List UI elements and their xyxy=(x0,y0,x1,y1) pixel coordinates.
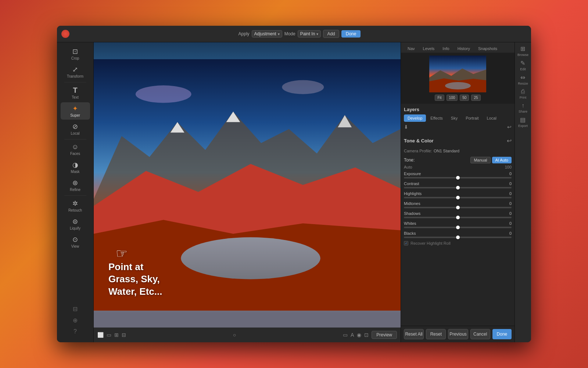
paint-in-dropdown[interactable]: Paint In ▾ xyxy=(298,30,321,38)
previous-button[interactable]: Previous xyxy=(448,329,468,339)
tone-title: Tone & Color xyxy=(404,138,434,144)
tool-retouch[interactable]: ✲ Retouch xyxy=(61,197,90,215)
nav-tab-history[interactable]: History xyxy=(454,45,474,53)
circle-icon[interactable]: ○ xyxy=(233,332,236,338)
tool-divider-3 xyxy=(64,195,86,196)
zoom-100-button[interactable]: 100 xyxy=(447,95,458,101)
midtones-label: Midtones xyxy=(404,201,420,206)
midtones-slider[interactable] xyxy=(404,207,512,208)
cancel-button[interactable]: Cancel xyxy=(470,329,490,339)
zoom-controls: Fit 100 50 25 xyxy=(435,95,480,101)
highlights-slider[interactable] xyxy=(404,197,512,198)
canvas-overlay-text: Point atGrass, Sky,Water, Etc... xyxy=(108,261,162,298)
tool-crop[interactable]: ⊡ Crop xyxy=(61,45,90,63)
recover-row: ✓ Recover Highlight Roll xyxy=(404,241,512,245)
preview-button[interactable]: Preview xyxy=(372,331,397,339)
whites-slider[interactable] xyxy=(404,227,512,228)
layer-tab-effects[interactable]: Effects xyxy=(427,114,446,122)
edit-icon: ✎ xyxy=(520,60,525,67)
compare-icon[interactable]: ⊟ xyxy=(71,304,79,314)
far-right-print[interactable]: ⎙ Print xyxy=(520,88,527,99)
tone-ai-auto-button[interactable]: AI Auto xyxy=(492,157,512,163)
add-layer-icon[interactable]: ⬇ xyxy=(404,124,408,130)
crop-icon: ⊡ xyxy=(72,47,78,56)
far-right-edit[interactable]: ✎ Edit xyxy=(520,60,526,71)
mask-label: Mask xyxy=(71,170,80,174)
shadows-slider[interactable] xyxy=(404,217,512,218)
nav-tab-snapshots[interactable]: Snapshots xyxy=(474,45,501,53)
recover-checkbox[interactable]: ✓ xyxy=(404,241,408,245)
view-mode-icon-1[interactable]: ⬜ xyxy=(97,332,104,338)
view-mode-icon-4[interactable]: ⊟ xyxy=(122,332,126,338)
text-label: Text xyxy=(72,95,78,99)
tone-mode-row: Tone: Manual AI Auto xyxy=(404,157,512,163)
canvas-image[interactable]: ☞ Point atGrass, Sky,Water, Etc... xyxy=(94,42,401,328)
tool-view[interactable]: ⊙ View xyxy=(61,233,90,251)
camera-profile-label: Camera Profile: xyxy=(404,149,432,153)
refine-label: Refine xyxy=(70,188,80,192)
auto-value: 100 xyxy=(505,165,512,169)
adjustment-dropdown[interactable]: Adjustment ▾ xyxy=(252,30,282,38)
text-tool-icon[interactable]: A xyxy=(351,332,354,338)
app-window: Apply Adjustment ▾ Mode Paint In ▾ Add D… xyxy=(57,26,531,342)
reset-button[interactable]: Reset xyxy=(426,329,446,339)
tool-liquify[interactable]: ⊜ Liquify xyxy=(61,215,90,233)
nav-tab-levels[interactable]: Levels xyxy=(419,45,438,53)
zoom-fit-button[interactable]: Fit xyxy=(435,95,444,101)
tool-transform[interactable]: ⤢ Transform xyxy=(61,63,90,81)
nav-tab-nav[interactable]: Nav xyxy=(404,45,419,53)
tone-label: Tone: xyxy=(404,158,415,163)
tone-manual-button[interactable]: Manual xyxy=(470,157,490,163)
crop-tool-icon[interactable]: ⊡ xyxy=(364,332,369,338)
reset-all-button[interactable]: Reset All xyxy=(404,329,424,339)
edit-label: Edit xyxy=(520,67,526,71)
zoom-25-button[interactable]: 25 xyxy=(471,95,480,101)
done-top-button[interactable]: Done xyxy=(341,30,361,38)
tone-header: Tone & Color ↩ xyxy=(404,137,512,144)
exposure-slider[interactable] xyxy=(404,177,512,178)
contrast-slider[interactable] xyxy=(404,187,512,188)
done-button[interactable]: Done xyxy=(492,329,512,339)
highlights-slider-row: Highlights 0 xyxy=(404,191,512,198)
help-icon[interactable]: ? xyxy=(72,327,78,336)
layer-tab-local[interactable]: Local xyxy=(483,114,500,122)
photo-icon[interactable]: ▭ xyxy=(343,332,348,338)
zoom-50-button[interactable]: 50 xyxy=(460,95,469,101)
tool-refine[interactable]: ⊛ Refine xyxy=(61,177,90,194)
undo-layer-icon[interactable]: ↩ xyxy=(507,124,512,130)
mask-tool-icon[interactable]: ◉ xyxy=(357,332,361,338)
layer-tab-develop[interactable]: Develop xyxy=(404,114,426,122)
far-right-resize[interactable]: ⇔ Resize xyxy=(518,74,528,85)
far-right-export[interactable]: ▤ Export xyxy=(518,116,528,128)
user-icon[interactable]: ⊕ xyxy=(71,315,79,325)
tool-mask[interactable]: ◑ Mask xyxy=(61,159,90,176)
far-right-share[interactable]: ↑ Share xyxy=(519,102,527,113)
cursor-hand: ☞ xyxy=(116,246,128,261)
far-right-browse[interactable]: ⊞ Browse xyxy=(517,45,528,57)
add-button[interactable]: Add xyxy=(323,30,339,38)
tone-auto-row: Auto 100 xyxy=(404,165,512,169)
tool-super[interactable]: ✦ Super xyxy=(61,102,90,120)
exposure-slider-row: Exposure 0 xyxy=(404,171,512,178)
blacks-slider[interactable] xyxy=(404,237,512,238)
tool-text[interactable]: T Text xyxy=(61,84,90,102)
layer-tab-sky[interactable]: Sky xyxy=(447,114,461,122)
exposure-value: 0 xyxy=(509,171,512,176)
mask-icon: ◑ xyxy=(72,161,78,169)
svg-point-14 xyxy=(445,82,471,89)
adjustment-label: Adjustment xyxy=(254,31,276,36)
view-mode-icon-2[interactable]: ▭ xyxy=(107,332,111,338)
tone-back-icon[interactable]: ↩ xyxy=(507,137,512,144)
blacks-label: Blacks xyxy=(404,231,416,236)
tool-local[interactable]: ⊘ Local xyxy=(61,120,90,138)
view-mode-icon-3[interactable]: ⊞ xyxy=(114,332,119,338)
tool-faces[interactable]: ☺ Faces xyxy=(61,141,90,158)
highlights-label: Highlights xyxy=(404,191,422,196)
shadows-slider-row: Shadows 0 xyxy=(404,211,512,218)
nav-tab-info[interactable]: Info xyxy=(439,45,453,53)
share-icon: ↑ xyxy=(521,102,524,109)
layer-tools: ⬇ ↩ xyxy=(404,124,512,130)
retouch-label: Retouch xyxy=(68,208,82,212)
layer-tab-portrait[interactable]: Portrait xyxy=(462,114,482,122)
highlights-value: 0 xyxy=(509,191,512,196)
